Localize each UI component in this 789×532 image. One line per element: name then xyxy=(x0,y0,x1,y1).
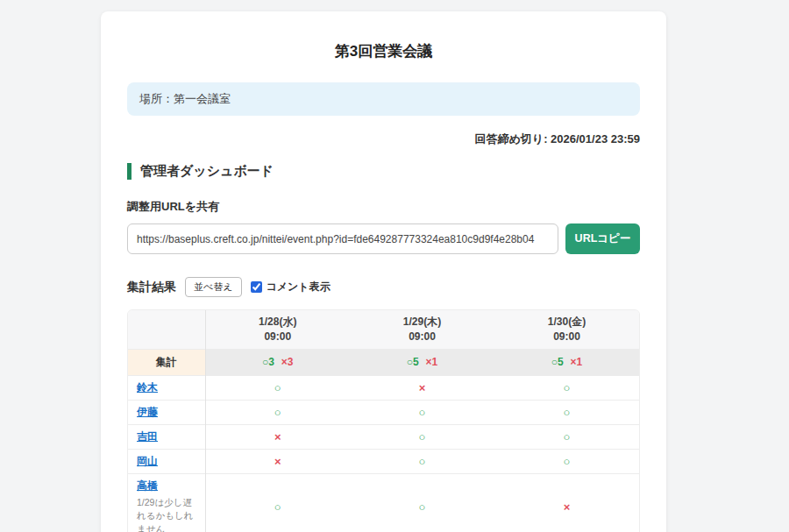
summary-cell: ○3×3 xyxy=(205,349,350,375)
availability-cell: ○ xyxy=(205,400,350,424)
column-time: 09:00 xyxy=(210,330,347,344)
ok-count: ○5 xyxy=(407,356,419,368)
availability-mark: × xyxy=(564,500,571,514)
table-header-row: 1/28(水) 09:00 1/29(木) 09:00 1/30(金) 09:0… xyxy=(128,310,639,349)
participant-name-cell: 高橋 1/29は少し遅れるかもしれません xyxy=(128,473,205,532)
availability-mark: ○ xyxy=(419,500,426,514)
response-deadline: 回答締め切り: 2026/01/23 23:59 xyxy=(127,131,640,147)
availability-mark: ○ xyxy=(419,455,426,468)
availability-mark: ○ xyxy=(564,381,571,394)
column-time: 09:00 xyxy=(498,330,636,344)
comment-toggle-checkbox[interactable] xyxy=(251,281,262,293)
date-column-header: 1/29(木) 09:00 xyxy=(350,310,494,349)
availability-cell: ○ xyxy=(494,375,639,400)
availability-cell: × xyxy=(494,473,639,532)
availability-mark: ○ xyxy=(274,406,281,419)
participant-row: 岡山 × ○ ○ xyxy=(128,449,639,473)
date-column-header: 1/28(水) 09:00 xyxy=(205,310,350,349)
availability-cell: × xyxy=(205,424,350,449)
ng-count: ×1 xyxy=(426,356,438,368)
participant-link[interactable]: 高橋 xyxy=(137,479,158,492)
column-time: 09:00 xyxy=(353,330,491,344)
participant-name-cell: 鈴木 xyxy=(128,375,205,400)
availability-cell: ○ xyxy=(350,473,494,532)
participant-link[interactable]: 鈴木 xyxy=(137,381,158,394)
ok-count: ○5 xyxy=(551,356,564,368)
availability-mark: ○ xyxy=(274,500,281,514)
availability-cell: × xyxy=(350,375,494,400)
results-table-container: 1/28(水) 09:00 1/29(木) 09:00 1/30(金) 09:0… xyxy=(127,309,640,532)
results-table: 1/28(水) 09:00 1/29(木) 09:00 1/30(金) 09:0… xyxy=(128,310,639,532)
date-column-header: 1/30(金) 09:00 xyxy=(494,310,639,349)
summary-row: 集計 ○3×3 ○5×1 ○5×1 xyxy=(128,349,639,375)
page-title: 第3回営業会議 xyxy=(127,41,640,61)
availability-mark: ○ xyxy=(564,430,571,443)
share-url-input[interactable] xyxy=(127,223,558,254)
share-url-row: URLコピー xyxy=(127,223,640,254)
comment-toggle-label: コメント表示 xyxy=(267,280,331,294)
availability-cell: ○ xyxy=(494,449,639,473)
availability-mark: × xyxy=(274,455,281,468)
availability-mark: × xyxy=(419,381,426,394)
availability-mark: ○ xyxy=(419,430,426,443)
location-note: 場所：第一会議室 xyxy=(127,82,640,116)
ok-count: ○3 xyxy=(262,356,274,368)
results-heading: 集計結果 xyxy=(127,280,176,295)
availability-cell: ○ xyxy=(494,400,639,424)
participant-name-cell: 伊藤 xyxy=(128,400,205,424)
participant-name-cell: 吉田 xyxy=(128,424,205,449)
availability-cell: ○ xyxy=(494,424,639,449)
availability-mark: × xyxy=(274,430,281,443)
availability-mark: ○ xyxy=(564,406,571,419)
participant-comment: 1/29は少し遅れるかもしれません xyxy=(137,496,196,532)
participant-link[interactable]: 岡山 xyxy=(137,455,158,467)
summary-label: 集計 xyxy=(128,349,205,375)
comment-toggle: コメント表示 xyxy=(251,280,331,294)
copy-url-button[interactable]: URLコピー xyxy=(565,223,640,254)
table-corner-cell xyxy=(128,310,205,349)
participant-row: 吉田 × ○ ○ xyxy=(128,424,639,449)
admin-dashboard-heading: 管理者ダッシュボード xyxy=(127,163,640,180)
availability-cell: ○ xyxy=(205,375,350,400)
column-date: 1/28(水) xyxy=(210,315,347,330)
availability-cell: ○ xyxy=(205,473,350,532)
participant-link[interactable]: 吉田 xyxy=(137,430,158,443)
event-card: 第3回営業会議 場所：第一会議室 回答締め切り: 2026/01/23 23:5… xyxy=(101,11,666,532)
participant-row: 鈴木 ○ × ○ xyxy=(128,375,639,400)
availability-mark: ○ xyxy=(564,455,571,468)
availability-mark: ○ xyxy=(419,406,426,419)
column-date: 1/30(金) xyxy=(498,315,636,330)
participant-row: 高橋 1/29は少し遅れるかもしれません ○ ○ × xyxy=(128,473,639,532)
sort-button[interactable]: 並べ替え xyxy=(185,277,242,297)
participant-name-cell: 岡山 xyxy=(128,449,205,473)
ng-count: ×3 xyxy=(281,356,294,368)
summary-cell: ○5×1 xyxy=(494,349,639,375)
share-url-label: 調整用URLを共有 xyxy=(127,199,640,215)
availability-cell: ○ xyxy=(350,424,494,449)
column-date: 1/29(木) xyxy=(353,315,491,330)
availability-mark: ○ xyxy=(274,381,281,394)
participant-link[interactable]: 伊藤 xyxy=(137,406,158,418)
participant-row: 伊藤 ○ ○ ○ xyxy=(128,400,639,424)
ng-count: ×1 xyxy=(571,356,583,368)
availability-cell: × xyxy=(205,449,350,473)
availability-cell: ○ xyxy=(350,449,494,473)
summary-cell: ○5×1 xyxy=(350,349,494,375)
results-toolbar: 集計結果 並べ替え コメント表示 xyxy=(127,277,640,297)
availability-cell: ○ xyxy=(350,400,494,424)
